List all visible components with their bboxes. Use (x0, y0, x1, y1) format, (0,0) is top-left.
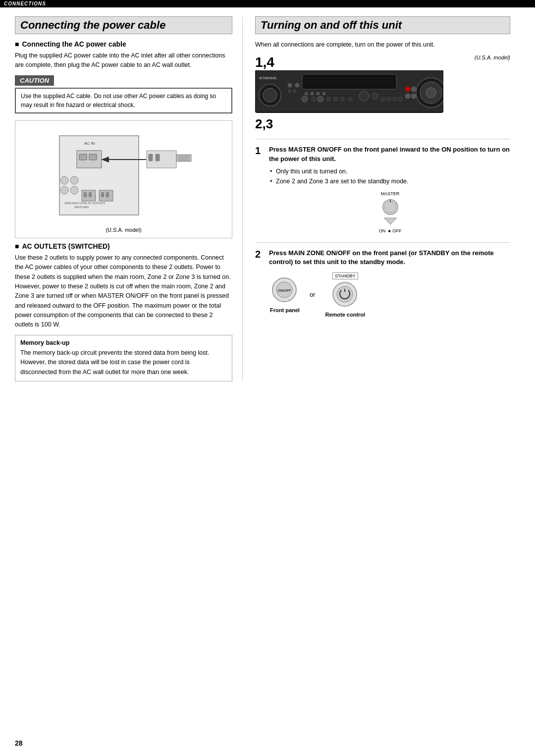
step-1-number: 1 (255, 145, 264, 157)
svg-point-61 (411, 94, 416, 99)
remote-control-area: STANDBY Remote control (325, 271, 365, 318)
svg-point-43 (340, 97, 344, 101)
svg-text:SWITCHED: SWITCHED (74, 206, 89, 209)
svg-point-31 (295, 83, 299, 87)
svg-rect-23 (89, 192, 92, 197)
ac-outlets-body: Use these 2 outlets to supply power to a… (15, 253, 232, 330)
step-1-bullets: Only this unit is turned on. Zone 2 and … (270, 166, 510, 186)
svg-point-14 (60, 176, 68, 184)
master-label: MASTER (373, 191, 408, 196)
svg-rect-24 (101, 192, 104, 197)
svg-text:100W MAX.TOTAL  AC OUTLETS: 100W MAX.TOTAL AC OUTLETS (64, 202, 105, 205)
master-diagram: MASTER ON ◄ OFF (270, 191, 510, 233)
remote-button-svg (331, 281, 359, 308)
memory-box-text: The memory back-up circuit prevents the … (20, 348, 227, 377)
panel-controls: ON/OFF Front panel or STANDBY (270, 271, 510, 318)
page-content: Connecting the power cable Connecting th… (0, 7, 535, 390)
svg-point-42 (333, 97, 337, 101)
svg-point-49 (359, 91, 369, 101)
svg-rect-4 (89, 154, 97, 160)
svg-point-16 (70, 176, 78, 184)
caution-text: Use the supplied AC cable. Do not use ot… (21, 92, 226, 109)
top-bar: CONNECTIONS (0, 0, 535, 7)
svg-point-57 (426, 88, 436, 98)
svg-point-50 (372, 93, 378, 99)
caution-container: CAUTION Use the supplied AC cable. Do no… (15, 75, 232, 113)
or-text: or (310, 291, 316, 298)
right-intro: When all connections are complete, turn … (255, 40, 510, 50)
step-1-bullet-2: Zone 2 and Zone 3 are set to the standby… (270, 176, 510, 186)
step-2-number: 2 (255, 249, 264, 260)
step-1-text: Press MASTER ON/OFF on the front panel i… (269, 145, 510, 163)
svg-rect-47 (317, 92, 320, 95)
ac-cable-diagram: AC IN (15, 120, 232, 238)
right-column: Turning on and off this unit When all co… (243, 16, 510, 381)
standby-label: STANDBY (332, 272, 358, 279)
svg-rect-34 (302, 74, 396, 89)
svg-point-52 (387, 97, 391, 101)
receiver-diagram-area: 1,4 (U.S.A. model) ⊕YAMAHA (255, 54, 510, 132)
svg-point-51 (381, 97, 385, 101)
svg-point-15 (60, 186, 68, 194)
svg-point-41 (326, 97, 330, 101)
svg-point-32 (288, 90, 291, 93)
svg-text:AC IN: AC IN (84, 141, 95, 146)
onoff-button-svg: ON/OFF (271, 276, 298, 304)
caution-label: CAUTION (15, 75, 54, 86)
step-2-header: 2 Press MAIN ZONE ON/OFF on the front pa… (255, 249, 510, 267)
svg-rect-8 (156, 154, 160, 161)
on-off-label: ON ◄ OFF (373, 228, 408, 233)
master-knob-svg (373, 197, 408, 227)
step-2-block: 2 Press MAIN ZONE ON/OFF on the front pa… (255, 249, 510, 318)
left-section-title: Connecting the power cable (15, 16, 232, 34)
receiver-front-svg: ⊕YAMAHA (255, 70, 443, 114)
svg-point-69 (337, 286, 353, 302)
diagram-num-23: 2,3 (255, 116, 510, 132)
step-2-text: Press MAIN ZONE ON/OFF on the front pane… (269, 249, 510, 267)
svg-rect-46 (311, 92, 314, 95)
left-column: Connecting the power cable Connecting th… (15, 16, 243, 381)
step-1-header: 1 Press MASTER ON/OFF on the front panel… (255, 145, 510, 163)
page-number: 28 (15, 739, 23, 747)
svg-point-30 (288, 83, 292, 87)
right-diagram-usa-label: (U.S.A. model) (475, 54, 510, 60)
svg-point-29 (263, 88, 277, 102)
svg-rect-45 (305, 92, 308, 95)
top-bar-label: CONNECTIONS (4, 1, 46, 6)
svg-point-63 (384, 201, 396, 213)
master-knob-area: MASTER ON ◄ OFF (373, 191, 408, 233)
remote-control-label: Remote control (325, 312, 365, 318)
svg-point-39 (312, 97, 316, 101)
svg-point-58 (405, 87, 410, 92)
diagram-num-14: 1,4 (255, 54, 274, 70)
divider-2 (255, 242, 510, 243)
svg-text:⊕YAMAHA: ⊕YAMAHA (259, 76, 276, 80)
ac-subsection-heading: Connecting the AC power cable (15, 40, 232, 48)
caution-border: Use the supplied AC cable. Do not use ot… (15, 88, 232, 113)
front-panel-label: Front panel (270, 307, 300, 313)
memory-box: Memory back-up The memory back-up circui… (15, 335, 232, 381)
ac-body-text: Plug the supplied AC power cable into th… (15, 51, 232, 70)
svg-point-40 (318, 96, 323, 102)
svg-point-54 (399, 97, 403, 101)
svg-point-33 (293, 90, 296, 93)
svg-point-38 (302, 96, 308, 102)
svg-rect-3 (79, 154, 87, 160)
svg-text:ON/OFF: ON/OFF (278, 289, 291, 292)
svg-rect-7 (149, 154, 153, 161)
svg-point-59 (411, 87, 416, 92)
ac-diagram-svg: AC IN (50, 126, 198, 225)
right-section-title: Turning on and off this unit (255, 16, 510, 34)
svg-point-60 (405, 94, 410, 99)
svg-rect-25 (106, 192, 109, 197)
svg-point-53 (393, 97, 397, 101)
svg-rect-48 (322, 92, 325, 95)
diagram-usa-label-left: (U.S.A. model) (106, 227, 141, 233)
ac-outlets-heading: AC OUTLETS (SWITCHED) (15, 242, 232, 250)
front-panel-control: ON/OFF Front panel (270, 276, 300, 313)
step-1-bullet-1: Only this unit is turned on. (270, 166, 510, 176)
svg-rect-22 (84, 192, 87, 197)
memory-box-title: Memory back-up (20, 339, 227, 346)
divider-1 (255, 139, 510, 139)
svg-point-17 (70, 186, 78, 194)
